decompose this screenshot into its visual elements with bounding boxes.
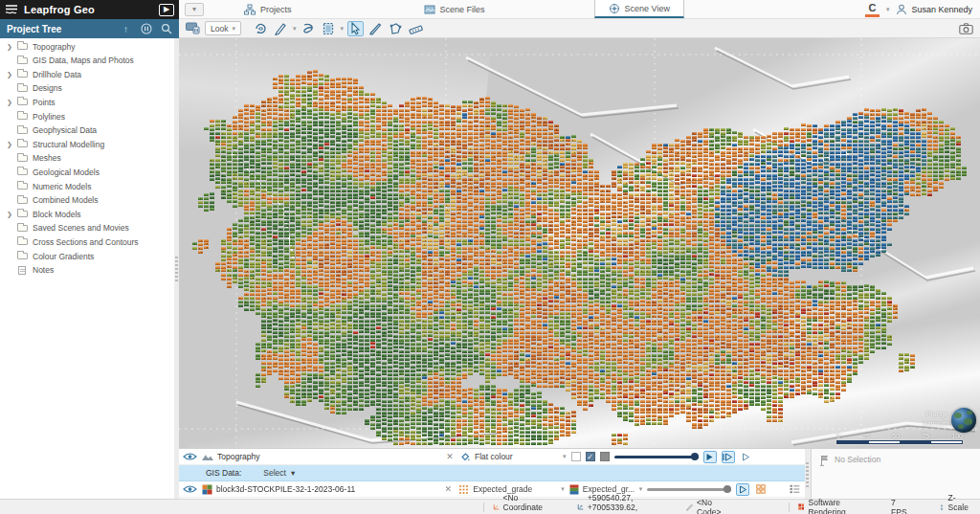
tab-projects[interactable]: Projects	[231, 0, 305, 18]
tree-item-label: Numeric Models	[33, 182, 91, 191]
chevron-down-icon: ▾	[291, 468, 295, 478]
tree-item-drillhole-data[interactable]: ❯Drillhole Data	[0, 69, 174, 80]
tree-item-designs[interactable]: Designs	[0, 82, 174, 94]
selection-flag-icon	[819, 455, 830, 466]
visibility-eye-icon[interactable]	[183, 452, 197, 461]
block-filter-toggle[interactable]	[754, 483, 768, 496]
gis-data-label: GIS Data:	[206, 468, 241, 478]
tree-item-label: Structural Modelling	[33, 140, 104, 149]
tree-item-cross-sections-and-contours[interactable]: Cross Sections and Contours	[0, 236, 174, 248]
scale-bar-segments	[836, 440, 963, 444]
tree-item-topography[interactable]: ❯Topography	[0, 41, 174, 53]
render-wireframe-toggle[interactable]	[740, 451, 753, 463]
tree-item-polylines[interactable]: Polylines	[0, 111, 174, 123]
render-faces-toggle[interactable]	[703, 451, 717, 463]
pause-processing-icon[interactable]	[140, 23, 152, 35]
folder-icon	[17, 237, 29, 246]
block-model-icon	[202, 484, 212, 495]
remove-layer-button[interactable]: ✕	[442, 484, 454, 494]
collapse-tabs-button[interactable]: ▾	[185, 3, 204, 16]
tree-item-points[interactable]: ❯Points	[0, 97, 174, 108]
layer-row-gis-data[interactable]: GIS Data: Select ▾	[179, 465, 805, 481]
camera-snapshot-button[interactable]	[958, 21, 974, 36]
draw-line-tool-button[interactable]	[273, 21, 289, 36]
render-edges-toggle[interactable]	[722, 451, 735, 463]
topography-style-dropdown[interactable]: Flat colour ▾	[460, 452, 567, 462]
rotate-tool-button[interactable]	[253, 21, 269, 36]
tree-item-numeric-models[interactable]: Numeric Models	[0, 181, 174, 192]
slicer-tool-button[interactable]	[320, 21, 336, 36]
tree-item-notes[interactable]: Notes	[0, 264, 174, 276]
tree-item-geological-models[interactable]: Geological Models	[0, 167, 174, 178]
coordinate-system-icon	[493, 502, 500, 512]
orientation-readout: Plunge +26 Azimuth 023	[923, 410, 963, 429]
gis-select-dropdown[interactable]: Select ▾	[263, 468, 295, 478]
edge-colour-swatch[interactable]	[600, 452, 610, 461]
z-scale-status[interactable]: ↕ Z-Scale 1.0	[931, 493, 980, 514]
scene-3d-viewport[interactable]: Plunge +26 Azimuth 023 0255075100	[179, 38, 980, 448]
tree-item-saved-scenes-and-movies[interactable]: Saved Scenes and Movies	[0, 222, 174, 234]
render-blocks-toggle[interactable]	[736, 483, 749, 496]
tab-bar: ▾ Projects Scene Files Scene View	[179, 0, 980, 19]
clear-scene-button[interactable]	[185, 21, 201, 36]
scale-bar: 0255075100	[836, 433, 963, 444]
scene-icon	[609, 3, 620, 14]
tab-scene-files[interactable]: Scene Files	[411, 0, 499, 18]
tree-item-structural-modelling[interactable]: ❯Structural Modelling	[0, 139, 174, 150]
user-menu[interactable]: Susan Kennedy	[896, 4, 972, 15]
visibility-eye-icon[interactable]	[183, 484, 197, 494]
tree-item-gis-data-maps-and-photos[interactable]: GIS Data, Maps and Photos	[0, 55, 174, 66]
tree-item-label: Geophysical Data	[33, 125, 97, 135]
show-edges-checkbox[interactable]: ✓	[586, 452, 595, 461]
edit-slice-line-button[interactable]	[368, 21, 384, 36]
compass-globe[interactable]	[951, 408, 976, 433]
account-area: C ▾ Susan Kennedy	[865, 0, 972, 19]
expand-chevron-icon[interactable]: ❯	[6, 141, 13, 148]
tab-scene-view[interactable]: Scene View	[594, 0, 684, 18]
scale-tick-label: 100	[951, 433, 963, 439]
expand-chevron-icon[interactable]: ❯	[6, 43, 13, 51]
code-status[interactable]: <No Code>	[678, 498, 733, 514]
processing-queue-button[interactable]: ▶	[159, 4, 174, 16]
scroll-to-top-icon[interactable]: ↑	[120, 23, 132, 35]
tree-item-combined-models[interactable]: Combined Models	[0, 194, 174, 206]
expand-chevron-icon[interactable]: ❯	[6, 211, 13, 218]
chevron-down-icon: ▾	[563, 453, 567, 460]
polyline-tool-button[interactable]	[300, 21, 316, 36]
expand-chevron-icon[interactable]: ❯	[6, 71, 13, 78]
no-selection-label: No Selection	[835, 455, 880, 464]
measure-tool-button[interactable]	[408, 21, 424, 36]
opacity-slider[interactable]	[614, 452, 699, 461]
select-tool-button[interactable]	[347, 21, 364, 36]
scale-tick-label: 75	[922, 433, 929, 439]
scene-layers-panel: Topography ✕ Flat colour ▾ ✓	[179, 448, 805, 499]
tree-item-geophysical-data[interactable]: Geophysical Data	[0, 124, 174, 136]
org-menu-chevron-icon[interactable]: ▾	[886, 6, 890, 13]
titlebar: Leapfrog Geo ▶	[0, 0, 179, 19]
hamburger-menu-icon[interactable]	[5, 4, 18, 15]
tree-item-label: Topography	[33, 42, 75, 52]
remove-layer-button[interactable]: ✕	[444, 452, 456, 461]
tree-item-label: GIS Data, Maps and Photos	[33, 56, 134, 65]
tree-item-label: Polylines	[33, 112, 65, 122]
face-colour-swatch[interactable]	[571, 452, 581, 461]
expand-chevron-icon[interactable]: ❯	[6, 99, 13, 106]
tree-item-meshes[interactable]: Meshes	[0, 152, 174, 164]
coordinate-system-status[interactable]: <No Coordinate System>	[484, 493, 568, 514]
polygon-edit-tool-button[interactable]	[388, 21, 404, 36]
tree-item-colour-gradients[interactable]: Colour Gradients	[0, 251, 174, 262]
tree-item-block-models[interactable]: ❯Block Models	[0, 209, 174, 220]
search-icon[interactable]	[160, 23, 172, 35]
tree-item-label: Meshes	[33, 153, 61, 163]
folder-icon	[17, 98, 29, 106]
cursor-coordinates-status: +590540.27, +7005339.62, +416.05	[568, 493, 678, 514]
coordinate-system-value: <No Coordinate System>	[503, 493, 560, 514]
look-dropdown[interactable]: Look ▾	[205, 21, 241, 35]
layer-row-topography[interactable]: Topography ✕ Flat colour ▾ ✓	[179, 449, 805, 465]
draw-line-chevron-icon[interactable]: ▾	[293, 25, 297, 33]
legend-list-button[interactable]	[788, 483, 801, 496]
scene-3d-canvas[interactable]	[179, 38, 980, 448]
look-label: Look	[211, 24, 228, 34]
slicer-chevron-icon[interactable]: ▾	[340, 25, 344, 33]
org-logo[interactable]: C	[865, 3, 880, 17]
